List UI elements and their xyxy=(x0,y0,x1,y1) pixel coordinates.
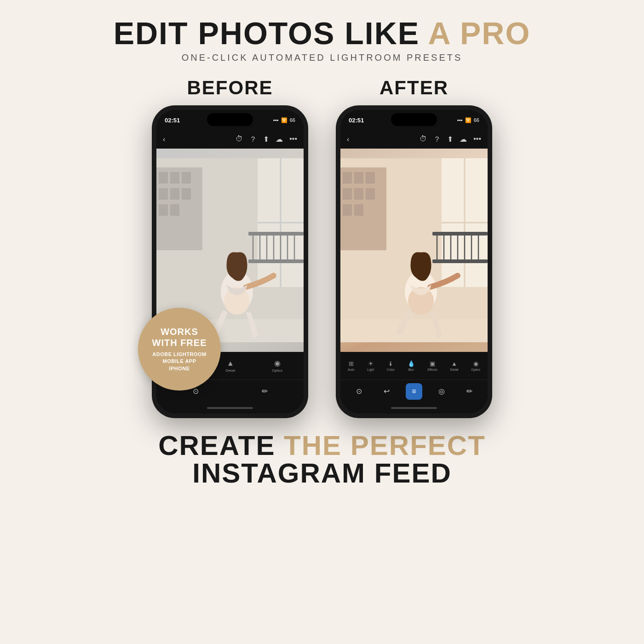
footer-section: CREATE THE PERFECT INSTAGRAM FEED xyxy=(158,432,486,487)
after-home-indicator xyxy=(340,402,488,414)
svg-rect-39 xyxy=(432,232,488,236)
before-dynamic-island xyxy=(207,113,253,126)
svg-rect-21 xyxy=(248,259,304,263)
svg-rect-34 xyxy=(343,204,352,216)
svg-rect-3 xyxy=(170,172,179,184)
after-share-icon[interactable]: ⬆ xyxy=(447,135,453,144)
after-status-icons: ▪▪▪ 🛜 66 xyxy=(457,117,479,123)
battery-icon: 66 xyxy=(290,117,295,123)
toolbar-detail[interactable]: ▲ Detail xyxy=(226,359,235,373)
before-status-icons: ▪▪▪ 🛜 66 xyxy=(273,117,295,123)
after-help-icon[interactable]: ？ xyxy=(433,135,441,144)
svg-rect-33 xyxy=(366,188,375,200)
after-back-icon[interactable]: ‹ xyxy=(347,135,349,144)
after-cloud-icon[interactable]: ☁ xyxy=(460,135,467,144)
after-phone-inner: 02:51 ▪▪▪ 🛜 66 ‹ ⏱ ？ ⬆ ☁ xyxy=(340,110,488,414)
history-icon[interactable]: ⏱ xyxy=(236,135,243,144)
after-detail-icon: ▲ xyxy=(451,360,457,367)
footer-line2: INSTAGRAM FEED xyxy=(158,460,486,487)
svg-rect-13 xyxy=(248,232,304,236)
svg-rect-29 xyxy=(354,172,363,184)
svg-rect-2 xyxy=(159,172,168,184)
after-optics-label: Optics xyxy=(471,368,480,371)
after-toolbar-optics[interactable]: ◉ Optics xyxy=(471,360,480,371)
back-icon[interactable]: ‹ xyxy=(163,135,165,144)
badge-sub-text: ADOBE LIGHTROOMMOBILE APPIPHONE xyxy=(152,351,207,372)
after-top-icons: ⏱ ？ ⬆ ☁ ••• xyxy=(420,135,481,144)
svg-rect-47 xyxy=(432,259,488,263)
svg-rect-9 xyxy=(170,204,179,216)
after-wifi-icon: 🛜 xyxy=(465,117,472,123)
after-action-btn-2[interactable]: ↩ xyxy=(378,383,395,400)
light-icon: ☀ xyxy=(368,360,374,367)
svg-rect-28 xyxy=(343,172,352,184)
after-status-bar: 02:51 ▪▪▪ 🛜 66 xyxy=(340,110,488,130)
after-effects-label: Effects xyxy=(427,368,437,371)
after-history-icon[interactable]: ⏱ xyxy=(420,135,427,144)
after-optics-icon: ◉ xyxy=(473,360,478,367)
svg-rect-8 xyxy=(159,204,168,216)
optics-icon: ◉ xyxy=(274,359,281,368)
after-signal-icon: ▪▪▪ xyxy=(457,117,463,123)
footer-line1-highlight: THE PERFECT xyxy=(284,430,486,461)
after-status-time: 02:51 xyxy=(349,117,364,124)
detail-label: Detail xyxy=(226,368,235,373)
title-part1: EDIT PHOTOS LIKE xyxy=(114,16,428,51)
svg-rect-48 xyxy=(340,319,488,342)
auto-label: Auto xyxy=(348,368,354,371)
before-home-indicator xyxy=(156,402,304,414)
after-toolbar-blur[interactable]: 💧 Blur xyxy=(408,360,415,371)
before-phone-wrapper: BEFORE WORKSWITH FREE ADOBE LIGHTROOMMOB… xyxy=(152,77,308,418)
after-toolbar-detail[interactable]: ▲ Detail xyxy=(450,360,458,371)
svg-rect-4 xyxy=(182,172,191,184)
help-icon[interactable]: ？ xyxy=(249,135,257,144)
svg-rect-31 xyxy=(343,188,352,200)
wifi-icon: 🛜 xyxy=(281,117,288,123)
action-btn-2[interactable]: ✏ xyxy=(256,383,273,400)
toolbar-optics[interactable]: ◉ Optics xyxy=(272,359,282,373)
badge-main-text: WORKSWITH FREE xyxy=(152,326,207,348)
cloud-icon[interactable]: ☁ xyxy=(276,135,283,144)
after-action-btn-1[interactable]: ⊙ xyxy=(351,383,367,400)
after-toolbar-color[interactable]: 🌡 Color xyxy=(387,360,395,371)
svg-rect-5 xyxy=(159,188,168,200)
before-lr-topbar: ‹ ⏱ ？ ⬆ ☁ ••• xyxy=(156,130,304,149)
after-photo xyxy=(340,149,488,352)
share-icon[interactable]: ⬆ xyxy=(263,135,269,144)
after-phone-wrapper: AFTER 02:51 ▪▪▪ 🛜 66 ‹ ⏱ xyxy=(336,77,492,418)
after-lr-toolbar: ⊞ Auto ☀ Light 🌡 Color 💧 Blur xyxy=(340,352,488,380)
after-detail-label: Detail xyxy=(450,368,458,371)
before-status-bar: 02:51 ▪▪▪ 🛜 66 xyxy=(156,110,304,130)
badge-circle: WORKSWITH FREE ADOBE LIGHTROOMMOBILE APP… xyxy=(138,308,221,391)
after-more-icon[interactable]: ••• xyxy=(473,135,481,144)
color-label: Color xyxy=(387,368,395,371)
after-toolbar-light[interactable]: ☀ Light xyxy=(367,360,374,371)
footer-line1-part1: CREATE xyxy=(158,430,284,461)
before-home-bar xyxy=(207,407,253,409)
signal-icon: ▪▪▪ xyxy=(273,117,279,123)
before-status-time: 02:51 xyxy=(165,117,180,124)
after-actionbar: ⊙ ↩ ≡ ◎ ✏ xyxy=(340,380,488,402)
svg-rect-35 xyxy=(354,204,363,216)
svg-rect-7 xyxy=(182,188,191,200)
before-label: BEFORE xyxy=(187,77,273,99)
after-home-bar xyxy=(391,407,437,409)
svg-rect-6 xyxy=(170,188,179,200)
blur-label: Blur xyxy=(408,368,414,371)
after-toolbar-effects[interactable]: ▣ Effects xyxy=(427,360,437,371)
detail-icon: ▲ xyxy=(227,359,234,368)
after-action-btn-4[interactable]: ◎ xyxy=(433,383,450,400)
more-icon[interactable]: ••• xyxy=(289,135,297,144)
subtitle: ONE-CLICK AUTOMATED LIGHTROOM PRESETS xyxy=(114,52,531,63)
after-action-btn-3-active[interactable]: ≡ xyxy=(406,383,422,400)
before-top-icons: ⏱ ？ ⬆ ☁ ••• xyxy=(236,135,297,144)
after-action-btn-5[interactable]: ✏ xyxy=(461,383,477,400)
after-photo-area xyxy=(340,149,488,352)
optics-label: Optics xyxy=(272,368,282,373)
footer-line1: CREATE THE PERFECT xyxy=(158,432,486,460)
after-toolbar-auto[interactable]: ⊞ Auto xyxy=(348,360,354,371)
after-lr-topbar: ‹ ⏱ ？ ⬆ ☁ ••• xyxy=(340,130,488,149)
svg-rect-32 xyxy=(354,188,363,200)
after-phone-frame: 02:51 ▪▪▪ 🛜 66 ‹ ⏱ ？ ⬆ ☁ xyxy=(336,105,492,418)
header-section: EDIT PHOTOS LIKE A PRO ONE-CLICK AUTOMAT… xyxy=(114,17,531,63)
